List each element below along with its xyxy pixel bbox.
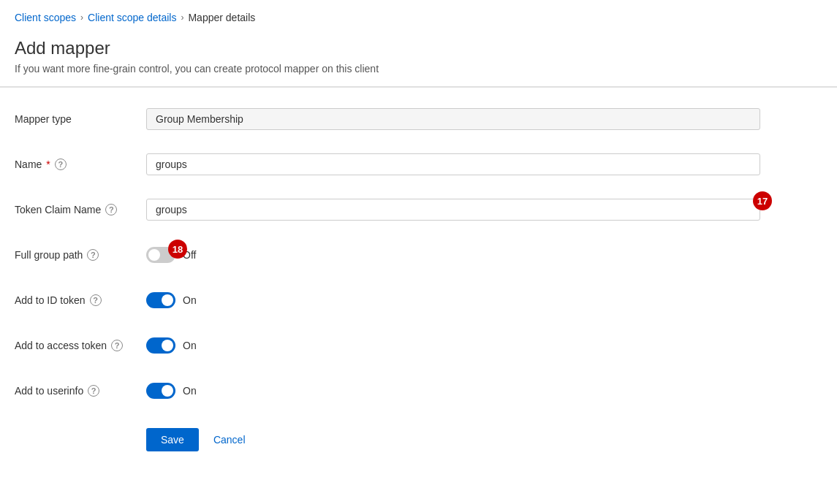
name-control: [146, 153, 760, 175]
form-actions: Save Cancel: [15, 422, 822, 451]
full-group-path-control: 18 Off: [146, 247, 760, 263]
breadcrumb-sep-1: ›: [80, 12, 83, 23]
add-access-token-control: On: [146, 337, 760, 354]
add-access-token-row: Add to access token ? On: [15, 332, 822, 359]
name-help-icon[interactable]: ?: [55, 159, 67, 170]
breadcrumb-sep-2: ›: [181, 12, 183, 23]
full-group-path-slider: [146, 247, 175, 263]
token-claim-help-icon[interactable]: ?: [105, 204, 117, 215]
name-input[interactable]: [146, 153, 760, 175]
full-group-path-toggle[interactable]: [146, 247, 175, 263]
mapper-type-select[interactable]: Group Membership: [146, 108, 760, 130]
add-userinfo-row: Add to userinfo ? On: [15, 377, 822, 405]
add-userinfo-help-icon[interactable]: ?: [88, 385, 99, 397]
name-row: Name * ?: [15, 150, 822, 178]
name-required: *: [46, 159, 50, 170]
add-id-token-on-label: On: [183, 294, 197, 306]
page-subtitle: If you want more fine-grain control, you…: [15, 63, 822, 75]
add-id-token-row: Add to ID token ? On: [15, 286, 822, 314]
breadcrumb-current: Mapper details: [188, 12, 255, 23]
token-claim-name-label: Token Claim Name ?: [15, 204, 146, 215]
add-access-token-label: Add to access token ?: [15, 340, 146, 351]
page-title: Add mapper: [15, 38, 822, 58]
add-userinfo-control: On: [146, 383, 760, 399]
full-group-path-off-label: Off: [183, 249, 196, 261]
add-id-token-slider: [146, 292, 175, 308]
full-group-path-label: Full group path ?: [15, 249, 146, 261]
full-group-path-toggle-row: 18 Off: [146, 247, 760, 263]
add-access-token-slider: [146, 337, 175, 354]
page-header: Add mapper If you want more fine-grain c…: [0, 32, 837, 87]
full-group-path-help-icon[interactable]: ?: [87, 249, 99, 261]
add-access-token-toggle-row: On: [146, 337, 760, 354]
cancel-button[interactable]: Cancel: [211, 428, 249, 451]
add-userinfo-toggle[interactable]: [146, 383, 175, 399]
token-claim-name-input[interactable]: [146, 199, 760, 221]
form-container: Mapper type Group Membership Name * ? To…: [0, 88, 837, 469]
full-group-path-badge-wrapper: 18: [146, 247, 175, 263]
mapper-type-label: Mapper type: [15, 113, 146, 125]
add-id-token-label: Add to ID token ?: [15, 294, 146, 306]
breadcrumb-client-scopes[interactable]: Client scopes: [15, 12, 76, 23]
name-label: Name * ?: [15, 159, 146, 170]
add-access-token-on-label: On: [183, 340, 197, 351]
full-group-path-row: Full group path ? 18 Off: [15, 241, 822, 269]
add-id-token-toggle[interactable]: [146, 292, 175, 308]
save-button[interactable]: Save: [146, 428, 199, 451]
add-userinfo-slider: [146, 383, 175, 399]
breadcrumb: Client scopes › Client scope details › M…: [0, 0, 837, 32]
add-userinfo-label: Add to userinfo ?: [15, 385, 146, 397]
add-userinfo-on-label: On: [183, 385, 197, 397]
add-id-token-control: On: [146, 292, 760, 308]
add-id-token-help-icon[interactable]: ?: [90, 294, 102, 306]
add-access-token-help-icon[interactable]: ?: [111, 340, 123, 351]
add-access-token-toggle[interactable]: [146, 337, 175, 354]
mapper-type-control: Group Membership: [146, 108, 760, 130]
token-claim-name-control: 17: [146, 199, 760, 221]
token-claim-name-row: Token Claim Name ? 17: [15, 196, 822, 224]
add-id-token-toggle-row: On: [146, 292, 760, 308]
add-userinfo-toggle-row: On: [146, 383, 760, 399]
mapper-type-row: Mapper type Group Membership: [15, 105, 822, 133]
breadcrumb-client-scope-details[interactable]: Client scope details: [88, 12, 176, 23]
